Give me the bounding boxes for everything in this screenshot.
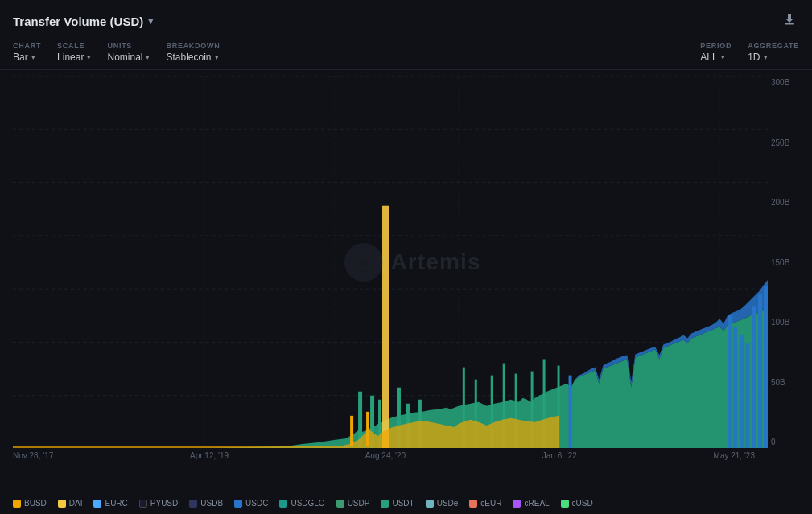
units-value: Nominal: [107, 51, 142, 63]
legend-item-dai: DAI: [58, 499, 83, 508]
x-label-2017: Nov 28, '17: [13, 451, 53, 460]
period-chevron: ▾: [721, 53, 725, 61]
legend-label-usdc: USDC: [245, 499, 268, 508]
units-control: UNITS Nominal ▾: [107, 42, 150, 63]
watermark-text: Artemis: [390, 249, 480, 275]
chart-select[interactable]: Bar ▾: [13, 51, 41, 63]
header: Transfer Volume (USD) ▾: [0, 0, 812, 39]
svg-rect-35: [728, 315, 732, 448]
legend-label-eurc: EURC: [105, 499, 127, 508]
y-label-0: 0: [771, 438, 809, 446]
units-chevron: ▾: [146, 53, 150, 61]
svg-rect-40: [758, 294, 762, 448]
aggregate-control: AGGREGATE 1D ▾: [748, 42, 799, 63]
breakdown-select[interactable]: Stablecoin ▾: [166, 51, 220, 63]
aggregate-value: 1D: [748, 51, 760, 63]
x-label-2023: May 21, '23: [714, 451, 755, 460]
svg-rect-19: [382, 206, 389, 448]
legend-item-usde: USDe: [426, 499, 459, 508]
legend-color-usdt: [381, 500, 389, 508]
svg-rect-37: [740, 335, 744, 448]
breakdown-chevron: ▾: [215, 53, 219, 61]
legend-color-usde: [426, 500, 434, 508]
legend-item-usdt: USDT: [381, 499, 414, 508]
x-axis: Nov 28, '17 Apr 12, '19 Aug 24, '20 Jan …: [13, 448, 768, 460]
legend-color-eurc: [93, 500, 101, 508]
legend-color-usdp: [336, 500, 344, 508]
watermark: ⊕ Artemis: [344, 243, 480, 282]
legend-label-creal: cREAL: [524, 499, 549, 508]
legend-color-cusd: [561, 500, 569, 508]
legend-color-dai: [58, 500, 66, 508]
legend-label-dai: DAI: [69, 499, 83, 508]
aggregate-label: AGGREGATE: [748, 42, 799, 50]
svg-rect-36: [733, 327, 737, 448]
legend-label-usdp: USDP: [348, 499, 370, 508]
legend-color-usdc: [234, 500, 242, 508]
y-axis: 300B 250B 200B 150B 100B 50B 0: [768, 76, 812, 448]
title-chevron-icon[interactable]: ▾: [148, 15, 153, 27]
chart-label: CHART: [13, 42, 41, 50]
scale-label: SCALE: [57, 42, 91, 50]
legend: BUSD DAI EURC PYUSD USDB USDC USDGLO US: [0, 492, 812, 514]
chart-chevron: ▾: [31, 53, 35, 61]
legend-item-cusd: cUSD: [561, 499, 593, 508]
svg-rect-0: [785, 23, 794, 25]
legend-label-pyusd: PYUSD: [150, 499, 178, 508]
y-label-50b: 50B: [771, 378, 809, 387]
period-control: PERIOD ALL ▾: [700, 42, 732, 63]
x-label-2019: Apr 12, '19: [190, 451, 229, 460]
legend-item-creal: cREAL: [513, 499, 549, 508]
svg-text:⊕: ⊕: [358, 256, 368, 269]
aggregate-select[interactable]: 1D ▾: [748, 51, 799, 63]
legend-item-usdc: USDC: [234, 499, 268, 508]
svg-rect-44: [366, 412, 369, 446]
title-text: Transfer Volume (USD): [13, 14, 143, 28]
scale-control: SCALE Linear ▾: [57, 42, 91, 63]
legend-item-ceur: cEUR: [469, 499, 501, 508]
svg-rect-39: [752, 306, 756, 448]
watermark-logo: ⊕: [344, 243, 382, 282]
x-label-2020: Aug 24, '20: [365, 451, 406, 460]
controls-right: PERIOD ALL ▾ AGGREGATE 1D ▾: [700, 42, 799, 63]
units-select[interactable]: Nominal ▾: [107, 51, 150, 63]
legend-item-eurc: EURC: [93, 499, 127, 508]
legend-label-usdt: USDT: [392, 499, 414, 508]
svg-rect-34: [569, 376, 572, 448]
breakdown-value: Stablecoin: [166, 51, 211, 63]
legend-label-ceur: cEUR: [480, 499, 501, 508]
legend-color-usdglo: [279, 500, 287, 508]
y-label-300b: 300B: [771, 78, 809, 87]
svg-rect-38: [745, 343, 749, 448]
breakdown-control: BREAKDOWN Stablecoin ▾: [166, 42, 220, 63]
y-label-200b: 200B: [771, 198, 809, 207]
legend-item-pyusd: PYUSD: [139, 499, 178, 508]
chart-value: Bar: [13, 51, 28, 63]
scale-chevron: ▾: [87, 53, 91, 61]
chart-title: Transfer Volume (USD) ▾: [13, 14, 153, 28]
period-label: PERIOD: [700, 42, 732, 50]
chart-type-control: CHART Bar ▾: [13, 42, 41, 63]
legend-item-usdglo: USDGLO: [279, 499, 324, 508]
legend-item-usdp: USDP: [336, 499, 370, 508]
app-container: Transfer Volume (USD) ▾ CHART Bar ▾ SCAL…: [0, 0, 812, 514]
y-label-100b: 100B: [771, 318, 809, 327]
period-select[interactable]: ALL ▾: [700, 51, 732, 63]
period-value: ALL: [700, 51, 717, 63]
legend-color-pyusd: [139, 500, 147, 508]
y-label-150b: 150B: [771, 258, 809, 267]
legend-label-cusd: cUSD: [572, 499, 593, 508]
svg-marker-17: [13, 306, 768, 448]
legend-label-busd: BUSD: [24, 499, 47, 508]
legend-color-busd: [13, 500, 21, 508]
chart-wrapper: 300B 250B 200B 150B 100B 50B 0 ⊕: [0, 70, 812, 492]
scale-select[interactable]: Linear ▾: [57, 51, 91, 63]
legend-color-usdb: [189, 500, 197, 508]
units-label: UNITS: [107, 42, 150, 50]
legend-label-usde: USDe: [437, 499, 459, 508]
legend-label-usdglo: USDGLO: [291, 499, 324, 508]
y-label-250b: 250B: [771, 138, 809, 147]
download-button[interactable]: [780, 10, 799, 32]
legend-item-busd: BUSD: [13, 499, 47, 508]
legend-label-usdb: USDB: [200, 499, 223, 508]
